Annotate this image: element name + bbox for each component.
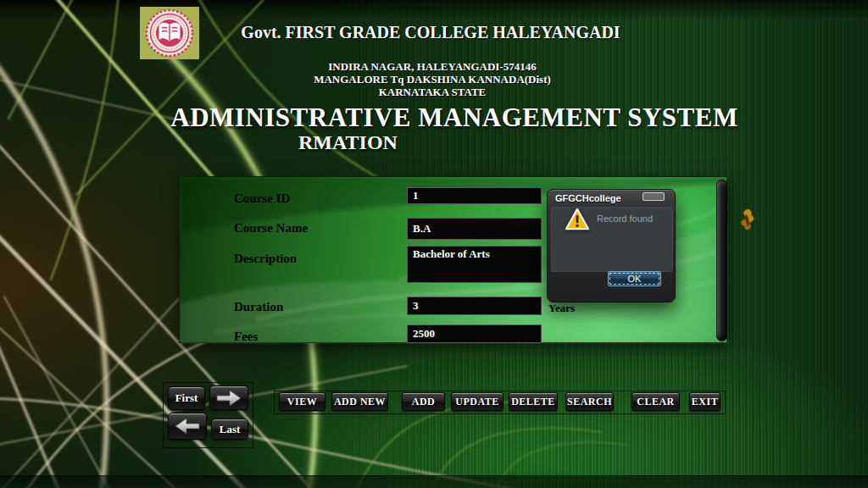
view-button[interactable]: VIEW [279,392,326,411]
record-nav-box: First Last [163,382,253,448]
address-line-1: INDIRA NAGAR, HALEYANGADI-574146 [328,60,536,74]
exit-button[interactable]: EXIT [689,392,721,411]
previous-record-button[interactable] [168,413,207,440]
app-window: Govt. FIRST GRADE COLLEGE HALEYANGADI IN… [0,0,868,488]
system-title: ADMINISTRATIVE MANAGEMENT SYSTEM [170,103,737,133]
next-record-button[interactable] [209,385,248,410]
course-name-label: Course Name [234,221,308,236]
first-record-button[interactable]: First [168,386,205,410]
ok-button[interactable]: OK [608,271,661,286]
dialog-title: GFGCHcollege [555,193,621,203]
course-id-input[interactable] [407,187,542,204]
butterfly-icon [732,205,762,237]
search-button[interactable]: SEARCH [565,392,614,411]
arrow-left-icon [173,416,202,436]
arrow-right-icon [214,388,243,408]
address-line-3: KARNATAKA STATE [379,86,487,99]
message-dialog: GFGCHcollege Record found OK [547,189,676,302]
description-label: Description [234,252,297,266]
college-logo [140,7,199,59]
duration-input[interactable] [407,297,542,315]
panel-scrollbar[interactable] [716,180,727,341]
description-input[interactable]: Bachelor of Arts [407,246,542,283]
college-seal-icon [140,7,199,59]
action-button-row: VIEW ADD NEW ADD UPDATE DELETE SEARCH CL… [274,391,726,414]
marquee-text: RMATION [298,131,398,154]
fees-input[interactable] [407,324,542,343]
add-new-button[interactable]: ADD NEW [331,392,388,411]
dialog-message: Record found [597,214,653,224]
add-button[interactable]: ADD [402,392,445,411]
college-name: Govt. FIRST GRADE COLLEGE HALEYANGADI [241,23,620,42]
duration-label: Duration [234,300,283,314]
clear-button[interactable]: CLEAR [632,392,680,411]
course-id-label: Course ID [234,191,290,206]
update-button[interactable]: UPDATE [451,392,504,411]
delete-button[interactable]: DELETE [509,392,558,411]
course-name-input[interactable] [407,218,542,240]
duration-years-label: Years [548,302,575,315]
last-record-button[interactable]: Last [211,419,248,440]
warning-icon [565,208,590,231]
address-line-2: MANGALORE Tq DAKSHINA KANNADA(Dist) [314,73,551,86]
fees-label: Fees [234,330,258,344]
dialog-close-button[interactable] [643,192,665,201]
bottom-band [0,475,868,488]
